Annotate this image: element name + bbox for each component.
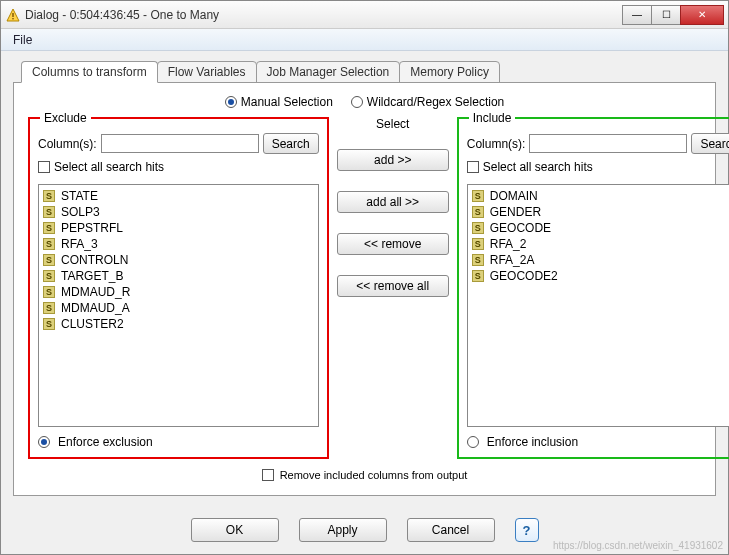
selection-mode-row: Manual Selection Wildcard/Regex Selectio… bbox=[28, 93, 701, 117]
tab-memory-policy[interactable]: Memory Policy bbox=[399, 61, 500, 83]
warning-icon bbox=[5, 7, 21, 23]
tabstrip: Columns to transform Flow Variables Job … bbox=[21, 61, 716, 83]
tab-panel: Manual Selection Wildcard/Regex Selectio… bbox=[13, 82, 716, 496]
radio-icon bbox=[38, 436, 50, 448]
exclude-listbox[interactable]: SSTATE SSOLP3 SPEPSTRFL SRFA_3 SCONTROLN… bbox=[38, 184, 319, 427]
maximize-button[interactable]: ☐ bbox=[651, 5, 681, 25]
enforce-inclusion-label: Enforce inclusion bbox=[487, 435, 578, 449]
list-item[interactable]: SSTATE bbox=[41, 188, 316, 204]
string-type-icon: S bbox=[43, 254, 55, 266]
exclude-columns-label: Column(s): bbox=[38, 137, 97, 151]
list-item[interactable]: SCONTROLN bbox=[41, 252, 316, 268]
radio-icon bbox=[225, 96, 237, 108]
ok-button[interactable]: OK bbox=[191, 518, 279, 542]
string-type-icon: S bbox=[472, 270, 484, 282]
tab-flow-variables[interactable]: Flow Variables bbox=[157, 61, 257, 83]
string-type-icon: S bbox=[472, 254, 484, 266]
column-picker: Exclude Column(s): Search Select all sea… bbox=[28, 117, 701, 459]
list-item[interactable]: SMDMAUD_A bbox=[41, 300, 316, 316]
enforce-inclusion-row[interactable]: Enforce inclusion bbox=[467, 435, 729, 449]
help-button[interactable]: ? bbox=[515, 518, 539, 542]
remove-included-label: Remove included columns from output bbox=[280, 469, 468, 481]
string-type-icon: S bbox=[43, 302, 55, 314]
include-select-all-row[interactable]: Select all search hits bbox=[467, 160, 729, 174]
exclude-select-all-row[interactable]: Select all search hits bbox=[38, 160, 319, 174]
list-item[interactable]: SGEOCODE2 bbox=[470, 268, 729, 284]
checkbox-icon bbox=[467, 161, 479, 173]
radio-icon bbox=[467, 436, 479, 448]
exclude-fieldset: Exclude Column(s): Search Select all sea… bbox=[28, 117, 329, 459]
exclude-select-all-label: Select all search hits bbox=[54, 160, 164, 174]
string-type-icon: S bbox=[43, 206, 55, 218]
list-item[interactable]: SSOLP3 bbox=[41, 204, 316, 220]
cancel-button[interactable]: Cancel bbox=[407, 518, 495, 542]
tab-columns-to-transform[interactable]: Columns to transform bbox=[21, 61, 158, 83]
radio-manual-selection[interactable]: Manual Selection bbox=[225, 95, 333, 109]
add-all-button[interactable]: add all >> bbox=[337, 191, 449, 213]
titlebar: Dialog - 0:504:436:45 - One to Many — ☐ … bbox=[1, 1, 728, 29]
exclude-search-button[interactable]: Search bbox=[263, 133, 319, 154]
radio-manual-label: Manual Selection bbox=[241, 95, 333, 109]
string-type-icon: S bbox=[43, 318, 55, 330]
string-type-icon: S bbox=[472, 190, 484, 202]
content-area: Columns to transform Flow Variables Job … bbox=[1, 51, 728, 506]
tab-job-manager-selection[interactable]: Job Manager Selection bbox=[256, 61, 401, 83]
list-item[interactable]: SRFA_2A bbox=[470, 252, 729, 268]
minimize-button[interactable]: — bbox=[622, 5, 652, 25]
exclude-legend: Exclude bbox=[40, 111, 91, 125]
list-item[interactable]: SGEOCODE bbox=[470, 220, 729, 236]
list-item[interactable]: SGENDER bbox=[470, 204, 729, 220]
radio-regex-selection[interactable]: Wildcard/Regex Selection bbox=[351, 95, 504, 109]
select-column: Select add >> add all >> << remove << re… bbox=[337, 117, 449, 459]
remove-button[interactable]: << remove bbox=[337, 233, 449, 255]
svg-rect-1 bbox=[12, 13, 13, 17]
include-listbox[interactable]: SDOMAIN SGENDER SGEOCODE SRFA_2 SRFA_2A … bbox=[467, 184, 729, 427]
string-type-icon: S bbox=[472, 222, 484, 234]
string-type-icon: S bbox=[43, 238, 55, 250]
include-select-all-label: Select all search hits bbox=[483, 160, 593, 174]
include-columns-label: Column(s): bbox=[467, 137, 526, 151]
checkbox-icon bbox=[262, 469, 274, 481]
string-type-icon: S bbox=[43, 190, 55, 202]
list-item[interactable]: SCLUSTER2 bbox=[41, 316, 316, 332]
menu-file[interactable]: File bbox=[7, 31, 38, 49]
window-controls: — ☐ ✕ bbox=[623, 5, 724, 25]
exclude-search-input[interactable] bbox=[101, 134, 259, 153]
radio-icon bbox=[351, 96, 363, 108]
include-search-input[interactable] bbox=[529, 134, 687, 153]
question-icon: ? bbox=[523, 523, 531, 538]
include-legend: Include bbox=[469, 111, 516, 125]
window-title: Dialog - 0:504:436:45 - One to Many bbox=[25, 8, 623, 22]
remove-all-button[interactable]: << remove all bbox=[337, 275, 449, 297]
include-search-row: Column(s): Search bbox=[467, 133, 729, 154]
include-search-button[interactable]: Search bbox=[691, 133, 729, 154]
string-type-icon: S bbox=[43, 286, 55, 298]
apply-button[interactable]: Apply bbox=[299, 518, 387, 542]
list-item[interactable]: SDOMAIN bbox=[470, 188, 729, 204]
close-button[interactable]: ✕ bbox=[680, 5, 724, 25]
select-legend: Select bbox=[376, 117, 409, 131]
add-button[interactable]: add >> bbox=[337, 149, 449, 171]
list-item[interactable]: SRFA_2 bbox=[470, 236, 729, 252]
enforce-exclusion-row[interactable]: Enforce exclusion bbox=[38, 435, 319, 449]
watermark-text: https://blog.csdn.net/weixin_41931602 bbox=[553, 540, 723, 551]
menubar: File bbox=[1, 29, 728, 51]
list-item[interactable]: STARGET_B bbox=[41, 268, 316, 284]
radio-regex-label: Wildcard/Regex Selection bbox=[367, 95, 504, 109]
list-item[interactable]: SPEPSTRFL bbox=[41, 220, 316, 236]
enforce-exclusion-label: Enforce exclusion bbox=[58, 435, 153, 449]
string-type-icon: S bbox=[43, 222, 55, 234]
string-type-icon: S bbox=[472, 206, 484, 218]
exclude-search-row: Column(s): Search bbox=[38, 133, 319, 154]
include-fieldset: Include Column(s): Search Select all sea… bbox=[457, 117, 729, 459]
list-item[interactable]: SRFA_3 bbox=[41, 236, 316, 252]
remove-included-row[interactable]: Remove included columns from output bbox=[28, 459, 701, 481]
svg-rect-2 bbox=[12, 18, 13, 19]
string-type-icon: S bbox=[43, 270, 55, 282]
dialog-window: Dialog - 0:504:436:45 - One to Many — ☐ … bbox=[0, 0, 729, 555]
string-type-icon: S bbox=[472, 238, 484, 250]
checkbox-icon bbox=[38, 161, 50, 173]
list-item[interactable]: SMDMAUD_R bbox=[41, 284, 316, 300]
